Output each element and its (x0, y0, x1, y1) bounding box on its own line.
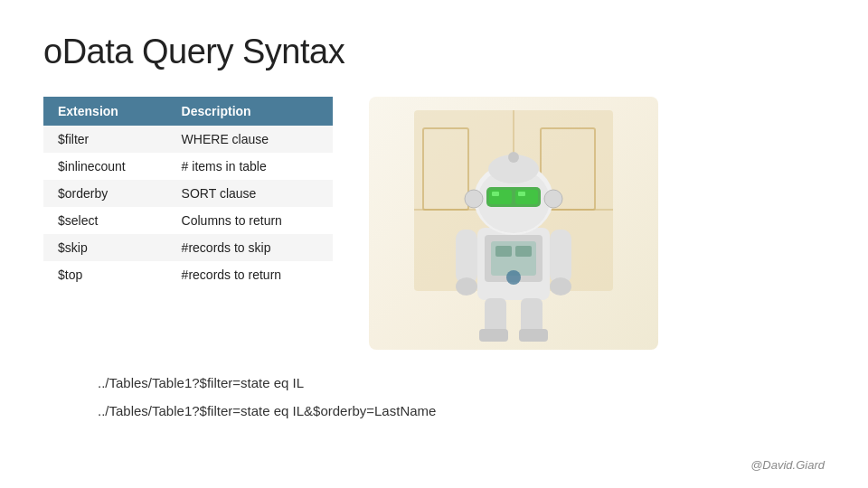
svg-rect-28 (479, 329, 508, 342)
svg-rect-22 (456, 230, 477, 284)
svg-rect-29 (519, 329, 548, 342)
svg-point-30 (506, 270, 521, 285)
col-header-description: Description (167, 97, 333, 126)
cell-description: #records to return (167, 261, 333, 288)
cell-description: # items in table (167, 153, 333, 180)
table-row: $inlinecount# items in table (43, 153, 333, 180)
table-row: $selectColumns to return (43, 207, 333, 234)
svg-point-21 (508, 152, 519, 163)
table-row: $orderbySORT clause (43, 180, 333, 207)
svg-point-18 (465, 190, 483, 208)
svg-rect-9 (515, 246, 532, 257)
page-title: oData Query Syntax (43, 33, 825, 71)
cell-description: WHERE clause (167, 126, 333, 153)
cell-description: #records to skip (167, 234, 333, 261)
svg-point-25 (550, 277, 571, 296)
svg-rect-23 (550, 230, 571, 284)
table-row: $skip#records to skip (43, 234, 333, 261)
cell-extension: $orderby (43, 180, 167, 207)
cell-extension: $filter (43, 126, 167, 153)
svg-point-19 (544, 190, 562, 208)
example-area: ../Tables/Table1?$filter=state eq IL ../… (43, 375, 825, 418)
svg-rect-8 (495, 246, 512, 257)
left-panel: Extension Description $filterWHERE claus… (43, 97, 333, 288)
cell-extension: $top (43, 261, 167, 288)
cell-description: SORT clause (167, 180, 333, 207)
robot-svg (405, 101, 622, 345)
attribution: @David.Giard (750, 458, 825, 472)
table-row: $filterWHERE clause (43, 126, 333, 153)
syntax-table: Extension Description $filterWHERE claus… (43, 97, 333, 288)
content-area: Extension Description $filterWHERE claus… (43, 97, 825, 350)
example-1: ../Tables/Table1?$filter=state eq IL (98, 375, 825, 390)
cell-extension: $select (43, 207, 167, 234)
svg-rect-16 (492, 192, 499, 196)
example-2: ../Tables/Table1?$filter=state eq IL&$or… (98, 403, 825, 418)
svg-point-24 (456, 277, 477, 296)
cell-description: Columns to return (167, 207, 333, 234)
cell-extension: $skip (43, 234, 167, 261)
table-header-row: Extension Description (43, 97, 333, 126)
slide: oData Query Syntax Extension Description… (0, 0, 868, 488)
cell-extension: $inlinecount (43, 153, 167, 180)
table-row: $top#records to return (43, 261, 333, 288)
robot-illustration (369, 97, 658, 350)
col-header-extension: Extension (43, 97, 167, 126)
svg-rect-17 (518, 192, 525, 196)
